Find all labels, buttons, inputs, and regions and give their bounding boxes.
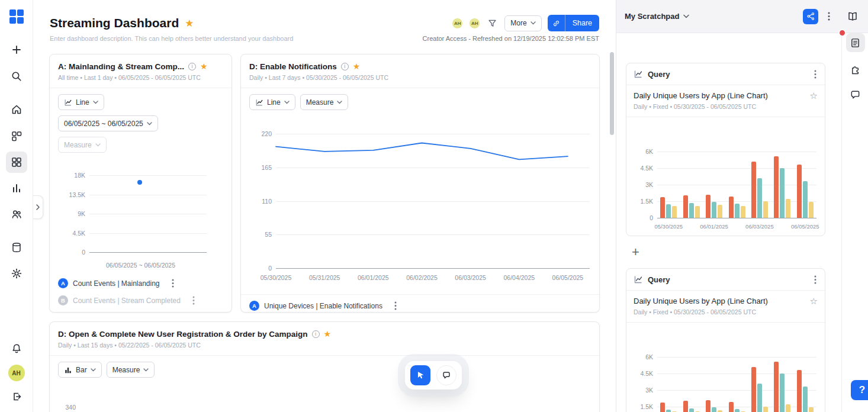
card-subtitle: All time • Last 1 day • 06/05/2025 - 06/… xyxy=(58,74,223,81)
help-button[interactable]: ? xyxy=(851,380,868,400)
viewer-avatar[interactable]: AH xyxy=(452,18,463,29)
kebab-menu-icon[interactable] xyxy=(171,278,175,289)
y-tick-label: 4.5K xyxy=(58,230,85,237)
info-icon[interactable]: i xyxy=(188,63,196,70)
bar-series-1 xyxy=(706,400,711,412)
chart-type-select[interactable]: Line xyxy=(249,94,295,110)
bar-series-2 xyxy=(666,204,671,218)
left-sidebar: AH xyxy=(0,0,33,412)
puzzle-icon xyxy=(850,63,861,75)
bar-series-1 xyxy=(729,402,734,412)
comment-bubble-icon xyxy=(441,370,452,381)
dashboard-header: Streaming Dashboard ★ AH AH More Share xyxy=(33,0,616,42)
notifications-button[interactable] xyxy=(6,338,27,359)
app-logo[interactable] xyxy=(9,6,24,27)
comment-mode-button[interactable] xyxy=(436,365,456,385)
query-title[interactable]: Daily Unique Users by App (Line Chart) xyxy=(634,297,805,306)
info-icon[interactable]: i xyxy=(341,63,349,70)
legend-item[interactable]: A Count Events | Mainlanding xyxy=(50,275,232,292)
database-icon xyxy=(11,242,22,253)
y-tick-label: 4.5K xyxy=(626,370,653,377)
viewer-avatar[interactable]: AH xyxy=(469,18,480,29)
query-title[interactable]: Daily Unique Users by App (Line Chart) xyxy=(634,91,805,101)
funnel-icon xyxy=(487,18,497,28)
sidebar-item-home[interactable] xyxy=(6,99,27,120)
more-button[interactable]: More xyxy=(504,15,541,31)
star-outline-icon[interactable]: ☆ xyxy=(810,91,818,101)
chat-button[interactable] xyxy=(846,85,865,104)
docs-button[interactable] xyxy=(846,9,860,24)
scratchpad-title[interactable]: My Scratchpad xyxy=(625,12,679,21)
legend-item[interactable]: A Unique Devices | Enable Notifications xyxy=(241,297,599,314)
measure-select[interactable]: Measure xyxy=(107,362,155,378)
series-badge: A xyxy=(249,301,259,311)
legend-item[interactable]: B Count Events | Stream Completed xyxy=(50,292,232,309)
info-icon[interactable]: i xyxy=(312,330,320,338)
gridline xyxy=(657,201,816,202)
legend-label: Count Events | Stream Completed xyxy=(73,297,181,305)
chart-type-select[interactable]: Bar xyxy=(58,362,102,378)
share-button[interactable]: Share xyxy=(565,15,599,31)
bar-chart-icon xyxy=(11,182,22,194)
gridline xyxy=(657,152,816,152)
kebab-menu-icon[interactable] xyxy=(393,300,398,311)
kebab-menu-icon[interactable] xyxy=(191,295,196,306)
measure-select[interactable]: Measure xyxy=(300,94,349,110)
chevron-down-icon[interactable] xyxy=(683,14,689,18)
line-chart-icon xyxy=(64,98,72,107)
date-range-select[interactable]: 06/05/2025 ~ 06/05/2025 xyxy=(58,115,158,131)
add-query-button[interactable]: + xyxy=(632,246,639,259)
pointer-cursor-icon xyxy=(415,370,426,381)
copy-link-button[interactable] xyxy=(548,15,565,31)
sidebar-item-products[interactable] xyxy=(6,125,27,147)
dashboard-description[interactable]: Enter dashboard description. This can he… xyxy=(50,35,293,42)
user-avatar[interactable]: AH xyxy=(8,365,25,381)
grouped-bar-chart: 6K4.5K3K1.5K005/30/202506/01/202506/03/2… xyxy=(626,323,825,412)
notes-button[interactable] xyxy=(846,33,865,52)
sidebar-item-settings[interactable] xyxy=(6,263,27,284)
bar-series-1 xyxy=(774,156,779,218)
sidebar-expand-handle[interactable] xyxy=(33,195,43,219)
search-button[interactable] xyxy=(6,66,27,87)
sidebar-item-metrics[interactable] xyxy=(6,178,27,199)
chart-type-select[interactable]: Line xyxy=(58,94,104,110)
bar-series-1 xyxy=(729,197,734,218)
integrations-button[interactable] xyxy=(846,59,865,78)
legend-label: Count Events | Mainlanding xyxy=(73,279,160,288)
query-chart-icon xyxy=(634,275,643,284)
favorite-star-icon[interactable]: ★ xyxy=(200,62,208,71)
gear-icon xyxy=(11,268,22,279)
query-chart-icon xyxy=(634,69,643,79)
share-scratchpad-button[interactable] xyxy=(803,9,818,24)
vertical-scrollbar[interactable] xyxy=(610,52,614,135)
grouped-bar-chart: 6K4.5K3K1.5K005/30/202506/01/202506/03/2… xyxy=(626,117,825,236)
cursor-tools-overlay xyxy=(405,361,462,390)
gridline xyxy=(657,374,816,374)
select-value: Line xyxy=(76,98,89,107)
logout-button[interactable] xyxy=(6,386,27,407)
y-tick-label: 3K xyxy=(626,387,653,394)
kebab-menu-icon[interactable] xyxy=(813,69,818,80)
scratchpad-panel: My Scratchpad Query Daily Unique Us xyxy=(616,0,868,412)
series-badge: B xyxy=(58,295,68,305)
favorite-star-icon[interactable]: ★ xyxy=(353,62,361,71)
kebab-menu-icon[interactable] xyxy=(813,274,818,285)
kebab-menu-icon[interactable] xyxy=(827,11,831,22)
favorite-star-icon[interactable]: ★ xyxy=(185,17,194,30)
filter-button[interactable] xyxy=(486,17,499,30)
star-outline-icon[interactable]: ☆ xyxy=(810,297,818,306)
bar-series-3 xyxy=(786,404,790,412)
favorite-star-icon[interactable]: ★ xyxy=(324,329,332,339)
y-tick-label: 6K xyxy=(626,148,653,155)
measure-select[interactable]: Measure xyxy=(58,137,107,153)
gridline xyxy=(657,390,816,391)
cursor-mode-button[interactable] xyxy=(410,365,430,385)
bar-series-1 xyxy=(706,195,711,218)
chat-bubble-icon xyxy=(850,89,861,101)
bar-series-1 xyxy=(683,401,688,412)
sidebar-item-dashboards[interactable] xyxy=(6,152,27,173)
x-tick-label: 06/01/2025 xyxy=(700,223,728,230)
create-button[interactable] xyxy=(6,39,27,60)
sidebar-item-data[interactable] xyxy=(6,237,27,258)
sidebar-item-audiences[interactable] xyxy=(6,204,27,225)
